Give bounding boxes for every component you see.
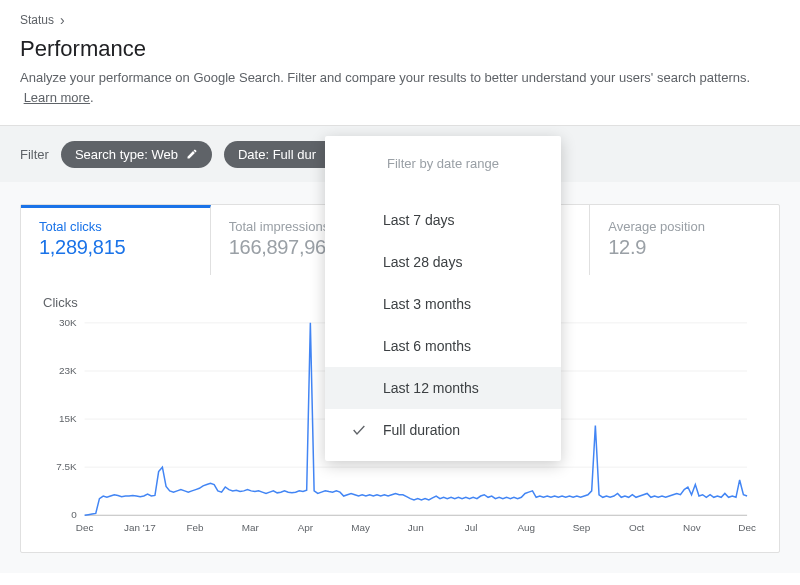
metric-value: 12.9 — [608, 236, 761, 259]
svg-text:0: 0 — [71, 509, 77, 520]
svg-text:Apr: Apr — [298, 522, 314, 533]
date-option-label: Full duration — [383, 422, 460, 438]
date-option-label: Last 7 days — [383, 212, 455, 228]
pencil-icon — [186, 148, 198, 160]
date-option[interactable]: Last 28 days — [325, 241, 561, 283]
svg-text:Feb: Feb — [187, 522, 205, 533]
tab-total-clicks[interactable]: Total clicks 1,289,815 — [21, 205, 211, 275]
date-option-label: Last 12 months — [383, 380, 479, 396]
filter-label: Filter — [20, 147, 49, 162]
breadcrumb[interactable]: Status › — [20, 12, 780, 28]
svg-text:Dec: Dec — [76, 522, 94, 533]
date-option-label: Last 3 months — [383, 296, 471, 312]
date-option-label: Last 28 days — [383, 254, 462, 270]
metric-label: Average position — [608, 219, 761, 234]
svg-text:Nov: Nov — [683, 522, 701, 533]
date-chip-label: Date: Full dur — [238, 147, 316, 162]
date-option[interactable]: Last 6 months — [325, 325, 561, 367]
dropdown-header: Filter by date range — [325, 136, 561, 199]
svg-text:Sep: Sep — [573, 522, 591, 533]
svg-text:Oct: Oct — [629, 522, 645, 533]
date-option[interactable]: Full duration — [325, 409, 561, 451]
date-range-dropdown: Filter by date range Last 7 daysLast 28 … — [325, 136, 561, 461]
svg-text:30K: 30K — [59, 318, 77, 328]
date-option[interactable]: Last 3 months — [325, 283, 561, 325]
svg-text:Jul: Jul — [465, 522, 478, 533]
metric-label: Total clicks — [39, 219, 192, 234]
chevron-right-icon: › — [60, 12, 65, 28]
description-text: Analyze your performance on Google Searc… — [20, 70, 750, 85]
metric-value: 1,289,815 — [39, 236, 192, 259]
page-title: Performance — [20, 36, 780, 62]
svg-text:Jun: Jun — [408, 522, 424, 533]
svg-text:7.5K: 7.5K — [56, 461, 77, 472]
svg-text:Mar: Mar — [242, 522, 260, 533]
search-type-chip-label: Search type: Web — [75, 147, 178, 162]
svg-text:Aug: Aug — [517, 522, 535, 533]
svg-text:Dec: Dec — [738, 522, 756, 533]
learn-more-link[interactable]: Learn more — [24, 90, 90, 105]
check-icon — [349, 420, 369, 440]
svg-text:Jan '17: Jan '17 — [124, 522, 156, 533]
date-option-label: Last 6 months — [383, 338, 471, 354]
tab-average-position[interactable]: Average position 12.9 — [590, 205, 779, 275]
page-header: Status › Performance Analyze your perfor… — [0, 0, 800, 125]
svg-text:23K: 23K — [59, 365, 77, 376]
breadcrumb-root[interactable]: Status — [20, 13, 54, 27]
svg-text:May: May — [351, 522, 370, 533]
page-description: Analyze your performance on Google Searc… — [20, 68, 780, 107]
svg-text:15K: 15K — [59, 413, 77, 424]
date-option[interactable]: Last 7 days — [325, 199, 561, 241]
date-option[interactable]: Last 12 months — [325, 367, 561, 409]
search-type-chip[interactable]: Search type: Web — [61, 141, 212, 168]
